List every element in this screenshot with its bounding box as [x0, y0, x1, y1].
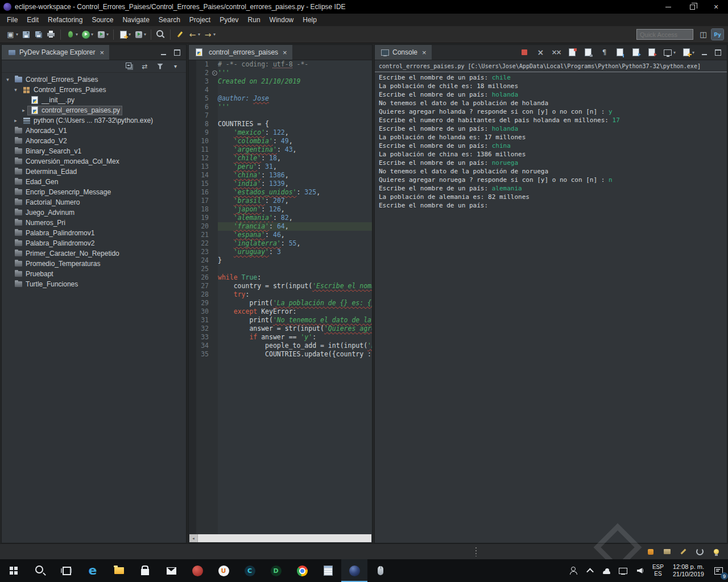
c-app-button[interactable]: [237, 559, 263, 582]
expand-arrow-icon[interactable]: ▸: [12, 118, 19, 123]
link-with-editor-button[interactable]: [139, 61, 151, 72]
status-folder-button[interactable]: [661, 546, 673, 557]
onedrive-button[interactable]: [598, 559, 615, 582]
word-wrap-button[interactable]: [598, 47, 610, 58]
remove-launch-button[interactable]: [535, 47, 547, 58]
menu-search[interactable]: Search: [154, 14, 185, 26]
menu-navigate[interactable]: Navigate: [118, 14, 154, 26]
display-settings-button[interactable]: [615, 559, 631, 582]
open-console-button[interactable]: ▾: [681, 47, 696, 58]
tree-item[interactable]: Ahorcado_V2: [2, 136, 186, 146]
forward-button[interactable]: ▾: [202, 29, 217, 40]
mail-button[interactable]: [158, 559, 184, 582]
window-close-button[interactable]: ×: [704, 0, 728, 14]
menu-source[interactable]: Source: [87, 14, 118, 26]
menu-help[interactable]: Help: [298, 14, 321, 26]
chrome-button[interactable]: [289, 559, 315, 582]
minimize-icon[interactable]: [700, 48, 709, 57]
mouse-app-button[interactable]: [367, 559, 394, 582]
search-button[interactable]: [155, 29, 167, 40]
tree-item[interactable]: ▾Control_Errores_Paises: [2, 85, 186, 95]
language-indicator[interactable]: ESP ES: [648, 559, 668, 582]
store-button[interactable]: [132, 559, 158, 582]
tree-item[interactable]: Encrip_Desencrip_Message: [2, 187, 186, 197]
tree-item[interactable]: Palabra_Palindromov1: [2, 228, 186, 238]
action-center-button[interactable]: 9: [709, 559, 728, 582]
terminate-button[interactable]: [519, 47, 531, 58]
status-sync-button[interactable]: [694, 546, 706, 557]
tree-item[interactable]: Binary_Search_v1: [2, 146, 186, 156]
file-explorer-button[interactable]: [106, 559, 132, 582]
remove-all-launches-button[interactable]: [551, 47, 562, 58]
tree-item[interactable]: Edad_Gen: [2, 177, 186, 187]
tree-item[interactable]: Determina_Edad: [2, 167, 186, 177]
menu-pydev[interactable]: Pydev: [215, 14, 243, 26]
open-perspective-button[interactable]: [697, 29, 709, 40]
tip-of-day-button[interactable]: [710, 546, 722, 557]
menu-refactoring[interactable]: Refactoring: [43, 14, 87, 26]
run-button[interactable]: ▾: [80, 29, 94, 40]
external-tools-button[interactable]: ▾: [133, 29, 147, 40]
new-wizard-button[interactable]: ▾: [5, 29, 19, 40]
pydev-perspective-button[interactable]: [712, 29, 723, 40]
close-icon[interactable]: ×: [283, 48, 287, 57]
tree-item[interactable]: Conversión_moneda_Col_Mex: [2, 156, 186, 167]
volume-button[interactable]: [631, 559, 648, 582]
menu-edit[interactable]: Edit: [22, 14, 43, 26]
minimize-icon[interactable]: [159, 48, 168, 57]
tree-item[interactable]: Turtle_Funciones: [2, 279, 186, 289]
back-button[interactable]: ▾: [187, 29, 201, 40]
display-console-button[interactable]: ▾: [662, 47, 677, 58]
tree-item[interactable]: Factorial_Numero: [2, 197, 186, 207]
tree-item[interactable]: Juego_Advinum: [2, 207, 186, 218]
tree-item[interactable]: Promedio_Temperaturas: [2, 259, 186, 269]
tab-editor-control-errores-paises[interactable]: control_errores_paises ×: [189, 45, 292, 60]
filters-button[interactable]: [154, 61, 166, 72]
hidden-icons-button[interactable]: [582, 559, 598, 582]
tab-package-explorer[interactable]: PyDev Package Explorer ×: [2, 45, 109, 60]
collapse-arrow-icon[interactable]: ▾: [12, 87, 19, 93]
red-app-button[interactable]: [184, 559, 210, 582]
edge-button[interactable]: [80, 559, 106, 582]
tree-item[interactable]: Pruebapt: [2, 269, 186, 279]
new-pydev-module-button[interactable]: ▾: [117, 29, 132, 40]
eclipse-taskbar-button[interactable]: [341, 559, 367, 582]
maximize-icon[interactable]: [713, 48, 723, 57]
show-stdout-button[interactable]: [630, 47, 642, 58]
close-icon[interactable]: ×: [422, 48, 427, 57]
u-app-button[interactable]: [210, 559, 237, 582]
quick-access-input[interactable]: [636, 29, 693, 40]
people-button[interactable]: [565, 559, 582, 582]
maximize-icon[interactable]: [172, 48, 182, 57]
scroll-lock-button[interactable]: [582, 47, 594, 58]
tree-item[interactable]: ▸control_errores_paises.py: [2, 105, 186, 115]
menu-window[interactable]: Window: [265, 14, 299, 26]
taskbar-clock[interactable]: 12:08 p. m. 21/10/2019: [668, 559, 709, 582]
status-edit-button[interactable]: [677, 546, 689, 557]
notepad-button[interactable]: [315, 559, 341, 582]
tree-item[interactable]: ▸python (C:\Users ... n37-32\python.exe): [2, 115, 186, 126]
tree-item[interactable]: __init__.py: [2, 95, 186, 105]
status-launch-button[interactable]: [644, 546, 656, 557]
horizontal-scrollbar[interactable]: ◂: [189, 534, 371, 542]
window-restore-button[interactable]: [680, 0, 704, 14]
code-editor[interactable]: 1# -*- coding: utf-8 -*-2-'''3Created on…: [189, 60, 372, 543]
save-button[interactable]: [20, 29, 32, 40]
menu-file[interactable]: File: [2, 14, 22, 26]
collapse-arrow-icon[interactable]: ▾: [4, 77, 11, 82]
tree-item[interactable]: Palabra_Palindromov2: [2, 238, 186, 248]
scroll-left-arrow-icon[interactable]: ◂: [189, 534, 197, 542]
close-icon[interactable]: ×: [100, 48, 104, 57]
debug-button[interactable]: ▾: [64, 29, 79, 40]
tree-item[interactable]: Ahorcado_V1: [2, 126, 186, 136]
tab-console[interactable]: Console ×: [375, 45, 432, 60]
menu-project[interactable]: Project: [185, 14, 215, 26]
menu-run[interactable]: Run: [243, 14, 265, 26]
print-button[interactable]: [45, 29, 57, 40]
console-output[interactable]: control_errores_paises.py [C:\Users\Jose…: [375, 60, 727, 543]
taskbar-search-button[interactable]: [27, 559, 53, 582]
save-all-button[interactable]: [32, 29, 44, 40]
run-last-button[interactable]: ▾: [95, 29, 110, 40]
task-view-button[interactable]: [53, 559, 80, 582]
view-menu-button[interactable]: [169, 61, 181, 72]
